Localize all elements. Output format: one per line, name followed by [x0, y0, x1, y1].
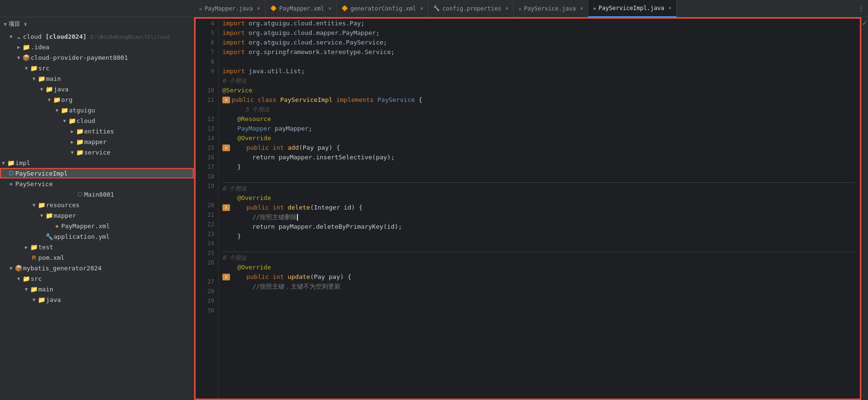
- tab-more-button[interactable]: ⋮: [854, 5, 868, 12]
- sidebar-item-mybatis-java[interactable]: ▼ 📁 java: [0, 294, 194, 305]
- sidebar-item-src[interactable]: ▼ 📁 src: [0, 63, 194, 73]
- code-hint-5usage: 5 个用法: [222, 105, 856, 114]
- code-line-19: @Override: [222, 193, 856, 203]
- chevron-down-icon: ▼: [38, 87, 45, 92]
- sidebar-item-java[interactable]: ▼ 📁 java: [0, 84, 194, 94]
- sidebar-item-entities[interactable]: ▶ 📁 entities: [0, 126, 194, 136]
- chevron-down-icon: ▼: [8, 34, 14, 39]
- sidebar: ▼ 项目 ∨ ▼ ☁ cloud [cloud2024] D:\BeiDaQin…: [0, 17, 194, 400]
- properties-file-icon: 🔧: [433, 5, 440, 11]
- sidebar-item-main8001[interactable]: ⬡ Main8001: [0, 189, 194, 200]
- sidebar-item-label: java: [46, 296, 194, 303]
- line-num-hint12: [199, 105, 214, 114]
- code-content: import org.atguigu.cloud.entities.Pay; i…: [219, 19, 860, 399]
- module-icon: 📦: [22, 54, 31, 61]
- tab-close-btn[interactable]: ×: [329, 6, 331, 11]
- chevron-right-icon: ▶: [15, 44, 22, 50]
- code-status-checkmark: ✓: [861, 17, 868, 27]
- sidebar-item-test[interactable]: ▶ 📁 test: [0, 242, 194, 252]
- sidebar-item-label: mybatis_generator2024: [23, 265, 194, 272]
- tab-close-btn[interactable]: ×: [257, 6, 260, 11]
- sidebar-item-cloud-provider[interactable]: ▼ 📦 cloud-provider-payment8001: [0, 52, 194, 63]
- tab-generator-config[interactable]: 🔶 generatorConfig.xml ×: [337, 0, 429, 17]
- sidebar-item-mapper-resources[interactable]: ▼ 📁 mapper: [0, 210, 194, 221]
- sidebar-item-pay-mapper-xml[interactable]: ◈ PayMapper.xml: [0, 221, 194, 231]
- chevron-down-icon: ▼: [15, 276, 22, 281]
- tab-label: PayService.java: [524, 5, 576, 12]
- tab-close-btn[interactable]: ×: [580, 6, 583, 11]
- chevron-down-icon: ▼: [15, 55, 22, 60]
- line-num-12: 12: [199, 114, 214, 124]
- code-editor[interactable]: 4 5 6 7 8 9 10 11 12 13 14 15 16 17 18 1…: [194, 17, 861, 400]
- line-num-27: 27: [199, 277, 214, 287]
- folder-icon: 📁: [76, 138, 84, 145]
- folder-icon: 📁: [22, 44, 31, 51]
- sidebar-item-label: cloud: [77, 117, 194, 124]
- code-line-8: [222, 57, 856, 67]
- code-line-9: import java.util.List;: [222, 67, 856, 76]
- chevron-down-icon: ▼: [31, 76, 37, 81]
- line-num-30: 30: [199, 306, 214, 315]
- line-num-hint27: [199, 267, 214, 277]
- tab-pay-service-impl-java[interactable]: ☕ PayServiceImpl.java ×: [588, 0, 677, 17]
- sidebar-item-cloud[interactable]: ▼ 📁 cloud: [0, 115, 194, 126]
- line-num-23: 23: [199, 229, 214, 239]
- sidebar-item-cloud-root[interactable]: ▼ ☁ cloud [cloud2024] D:\BeiDaQingNiao\Y…: [0, 31, 194, 42]
- sidebar-item-label: cloud [cloud2024] D:\BeiDaQingNiao\Y2\cl…: [23, 33, 194, 40]
- sidebar-item-label: application.yml: [54, 233, 194, 240]
- sidebar-item-service[interactable]: ▼ 📁 service: [0, 147, 194, 157]
- sidebar-item-pay-service[interactable]: ◈ PayService: [0, 178, 194, 189]
- sidebar-item-mybatis-gen[interactable]: ▼ 📦 mybatis_generator2024: [0, 263, 194, 273]
- sidebar-item-label: service: [84, 149, 194, 156]
- java-file-icon: ☕: [199, 5, 202, 11]
- interface-icon: ◈: [7, 180, 15, 187]
- sidebar-item-main[interactable]: ▼ 📁 main: [0, 73, 194, 84]
- project-header[interactable]: ▼ 项目 ∨: [0, 17, 194, 31]
- sidebar-item-pom-xml[interactable]: M pom.xml: [0, 252, 194, 263]
- tab-close-btn[interactable]: ×: [420, 6, 423, 11]
- sidebar-item-org[interactable]: ▼ 📁 org: [0, 94, 194, 105]
- tab-label: config.properties: [442, 5, 501, 12]
- chevron-down-icon: ▼: [4, 22, 7, 27]
- sidebar-item-mybatis-src[interactable]: ▼ 📁 src: [0, 273, 194, 284]
- line-num-hint20: [199, 191, 214, 200]
- sidebar-item-label: java: [54, 86, 194, 93]
- tab-bar: ☕ PayMapper.java × 🔶 PayMapper.xml × 🔶 g…: [0, 0, 868, 17]
- chevron-right-icon: ▶: [69, 129, 76, 134]
- line-num-21: 21: [199, 210, 214, 220]
- tab-close-btn[interactable]: ×: [505, 6, 508, 11]
- line-num-28: 28: [199, 287, 214, 296]
- tab-close-btn[interactable]: ×: [669, 5, 671, 11]
- line-num-7: 7: [199, 47, 214, 57]
- tab-pay-mapper-java[interactable]: ☕ PayMapper.java ×: [194, 0, 265, 17]
- lambda-icon: λ: [222, 144, 230, 151]
- sidebar-item-resources[interactable]: ▼ 📁 resources: [0, 200, 194, 210]
- line-num-11: 11: [199, 95, 214, 105]
- folder-icon: 📁: [37, 75, 46, 82]
- class-impl-icon: ⬡: [7, 170, 15, 177]
- code-line-12: @Resource: [222, 114, 856, 124]
- tab-config-properties[interactable]: 🔧 config.properties ×: [429, 0, 514, 17]
- code-line-26: λ public int update(Pay pay) {: [222, 272, 856, 282]
- code-line-13: PayMapper payMapper;: [222, 124, 856, 133]
- sidebar-item-mapper[interactable]: ▶ 📁 mapper: [0, 136, 194, 147]
- sidebar-item-label: entities: [84, 128, 194, 135]
- code-line-14: @Override: [222, 133, 856, 143]
- right-panel: ✓: [861, 17, 868, 400]
- folder-icon: 📁: [53, 96, 61, 103]
- sidebar-item-application-yml[interactable]: 🔧 application.yml: [0, 231, 194, 242]
- tab-pay-mapper-xml[interactable]: 🔶 PayMapper.xml ×: [265, 0, 337, 17]
- sidebar-item-label: resources: [46, 201, 194, 209]
- sidebar-item-impl[interactable]: ▼ 📁 impl: [0, 157, 194, 168]
- sidebar-item-mybatis-main[interactable]: ▼ 📁 main: [0, 284, 194, 294]
- sidebar-item-atguigu[interactable]: ▼ 📁 atguigu: [0, 105, 194, 115]
- tab-pay-service-java[interactable]: ☕ PayService.java ×: [514, 0, 588, 17]
- code-line-22: return payMapper.deleteByPrimaryKey(id);: [222, 222, 856, 232]
- sidebar-item-idea[interactable]: ▶ 📁 .idea: [0, 42, 194, 52]
- code-line-17: }: [222, 162, 856, 172]
- code-line-10: @Service: [222, 86, 856, 95]
- sidebar-item-pay-service-impl[interactable]: ⬡ PayServiceImpl: [0, 168, 194, 178]
- chevron-right-icon: ▶: [23, 244, 30, 250]
- code-line-7: import org.springframework.stereotype.Se…: [222, 47, 856, 57]
- code-line-24: [222, 241, 856, 251]
